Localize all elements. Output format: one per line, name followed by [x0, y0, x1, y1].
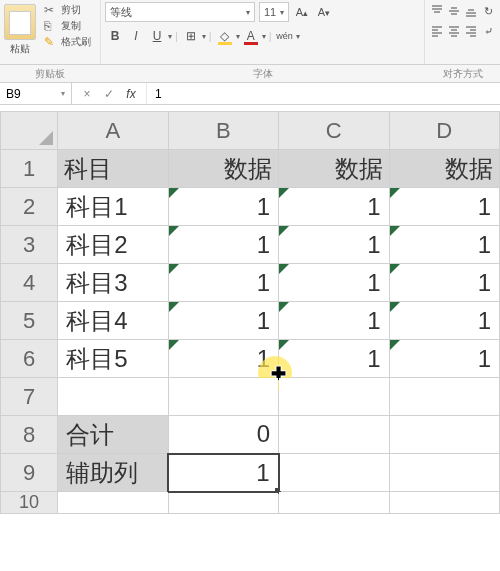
- spreadsheet-grid[interactable]: A B C D 1 科目 数据 数据 数据 2 科目1 1 1 1 3 科目2 …: [0, 111, 500, 514]
- cell[interactable]: [279, 454, 389, 492]
- group-label-clipboard: 剪贴板: [0, 67, 100, 81]
- decrease-font-button[interactable]: A▾: [315, 3, 333, 21]
- cell[interactable]: 科目: [58, 150, 168, 188]
- cell[interactable]: 科目5: [58, 340, 168, 378]
- name-box[interactable]: B9▾: [0, 83, 72, 104]
- chevron-down-icon: ▾: [236, 32, 240, 41]
- cell[interactable]: 1: [389, 188, 499, 226]
- wrap-text-button[interactable]: ⤶: [480, 22, 496, 40]
- cell[interactable]: [279, 492, 389, 514]
- cell[interactable]: 数据: [389, 150, 499, 188]
- chevron-down-icon: ▾: [262, 32, 266, 41]
- cell[interactable]: 数据: [279, 150, 389, 188]
- paste-button[interactable]: 粘贴: [2, 42, 38, 56]
- row-header-4[interactable]: 4: [1, 264, 58, 302]
- phonetic-button[interactable]: wén: [275, 26, 295, 46]
- cell[interactable]: 合计: [58, 416, 168, 454]
- align-bottom-button[interactable]: [463, 2, 479, 20]
- col-header-d[interactable]: D: [389, 112, 499, 150]
- chevron-down-icon: ▾: [202, 32, 206, 41]
- align-right-button[interactable]: [463, 22, 479, 40]
- cell[interactable]: [279, 416, 389, 454]
- fill-color-button[interactable]: ◇: [215, 26, 235, 46]
- cell[interactable]: 科目2: [58, 226, 168, 264]
- cell[interactable]: [389, 416, 499, 454]
- cell[interactable]: 数据: [168, 150, 278, 188]
- col-header-b[interactable]: B: [168, 112, 278, 150]
- row-header-5[interactable]: 5: [1, 302, 58, 340]
- cell[interactable]: 1: [279, 302, 389, 340]
- cell[interactable]: 1: [168, 340, 278, 378]
- active-cell[interactable]: 1: [168, 454, 278, 492]
- ribbon-group-labels: 剪贴板 字体 对齐方式: [0, 65, 500, 83]
- formula-input[interactable]: 1: [147, 87, 500, 101]
- copy-button[interactable]: 复制: [42, 18, 98, 34]
- font-size-combo[interactable]: 11▾: [259, 2, 289, 22]
- cell[interactable]: 辅助列: [58, 454, 168, 492]
- bold-button[interactable]: B: [105, 26, 125, 46]
- format-painter-button[interactable]: 格式刷: [42, 34, 98, 50]
- row-header-7[interactable]: 7: [1, 378, 58, 416]
- chevron-down-icon: ▾: [280, 8, 284, 17]
- cell[interactable]: 1: [279, 226, 389, 264]
- cell[interactable]: 1: [279, 340, 389, 378]
- col-header-c[interactable]: C: [279, 112, 389, 150]
- cell[interactable]: 科目1: [58, 188, 168, 226]
- cell[interactable]: 科目4: [58, 302, 168, 340]
- cancel-edit-button[interactable]: ×: [78, 87, 96, 101]
- cell[interactable]: 1: [168, 264, 278, 302]
- cell[interactable]: [389, 492, 499, 514]
- chevron-down-icon: ▾: [168, 32, 172, 41]
- row-header-9[interactable]: 9: [1, 454, 58, 492]
- cell[interactable]: [389, 454, 499, 492]
- cell[interactable]: ✚: [58, 378, 168, 416]
- chevron-down-icon: ▾: [246, 8, 250, 17]
- cell[interactable]: [58, 492, 168, 514]
- brush-icon: [44, 35, 58, 49]
- cell[interactable]: [168, 492, 278, 514]
- fx-button[interactable]: fx: [122, 87, 140, 101]
- align-center-button[interactable]: [446, 22, 462, 40]
- cell[interactable]: 0: [168, 416, 278, 454]
- cell[interactable]: 1: [389, 340, 499, 378]
- align-left-button[interactable]: [429, 22, 445, 40]
- align-top-button[interactable]: [429, 2, 445, 20]
- chevron-down-icon: ▾: [296, 32, 300, 41]
- row-header-2[interactable]: 2: [1, 188, 58, 226]
- group-label-font: 字体: [100, 67, 425, 81]
- cell[interactable]: [389, 378, 499, 416]
- cell[interactable]: 1: [168, 188, 278, 226]
- increase-font-button[interactable]: A▴: [293, 3, 311, 21]
- confirm-edit-button[interactable]: ✓: [100, 87, 118, 101]
- border-button[interactable]: ⊞: [181, 26, 201, 46]
- row-header-6[interactable]: 6: [1, 340, 58, 378]
- ribbon-toolbar: 粘贴 剪切 复制 格式刷 等线▾ 11▾ A▴ A▾ B I U ▾ | ⊞▾ …: [0, 0, 500, 65]
- font-name-combo[interactable]: 等线▾: [105, 2, 255, 22]
- formula-bar: B9▾ × ✓ fx 1: [0, 83, 500, 105]
- chevron-down-icon: ▾: [61, 89, 65, 98]
- cell[interactable]: [168, 378, 278, 416]
- select-all-corner[interactable]: [1, 112, 58, 150]
- cell[interactable]: 1: [389, 226, 499, 264]
- cell[interactable]: 1: [389, 264, 499, 302]
- cell[interactable]: 科目3: [58, 264, 168, 302]
- italic-button[interactable]: I: [126, 26, 146, 46]
- row-header-8[interactable]: 8: [1, 416, 58, 454]
- cut-button[interactable]: 剪切: [42, 2, 98, 18]
- cell[interactable]: 1: [168, 302, 278, 340]
- row-header-1[interactable]: 1: [1, 150, 58, 188]
- underline-button[interactable]: U: [147, 26, 167, 46]
- paste-icon[interactable]: [4, 4, 36, 40]
- orientation-button[interactable]: ↻: [480, 2, 496, 20]
- align-middle-button[interactable]: [446, 2, 462, 20]
- cell[interactable]: 1: [389, 302, 499, 340]
- cell[interactable]: 1: [168, 226, 278, 264]
- font-color-button[interactable]: A: [241, 26, 261, 46]
- row-header-3[interactable]: 3: [1, 226, 58, 264]
- cell[interactable]: 1: [279, 188, 389, 226]
- scissors-icon: [44, 3, 58, 17]
- col-header-a[interactable]: A: [58, 112, 168, 150]
- cell[interactable]: [279, 378, 389, 416]
- row-header-10[interactable]: 10: [1, 492, 58, 514]
- cell[interactable]: 1: [279, 264, 389, 302]
